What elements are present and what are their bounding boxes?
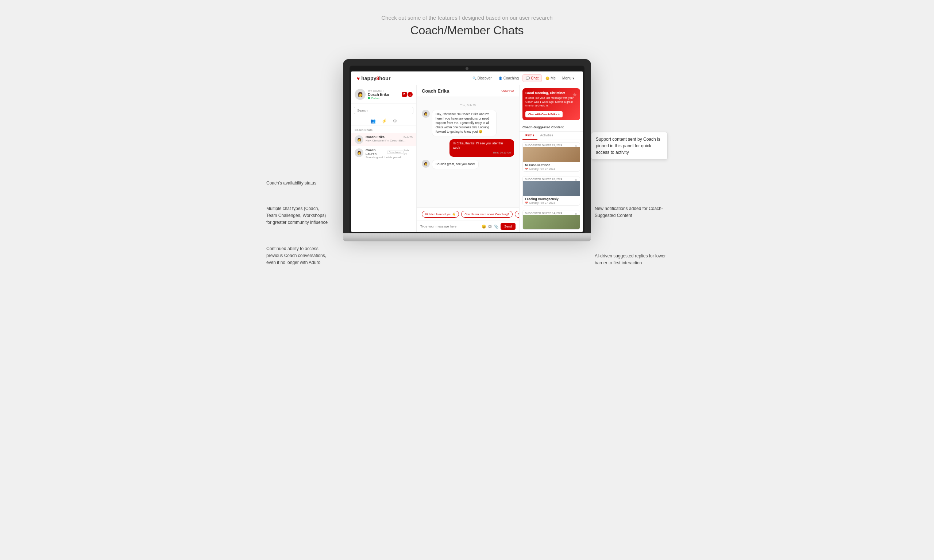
notification-badge: 1 bbox=[407, 92, 413, 97]
card-date-2: SUGGESTED ON FEB 20, 2024 bbox=[523, 177, 580, 181]
chat-messages: Thu, Feb 29 👩 Hey, Christine! I'm Coach … bbox=[417, 97, 519, 208]
sidebar: 👩 MY COACH Coach Erika Online bbox=[351, 85, 417, 232]
video-badge: ▶ bbox=[402, 92, 407, 97]
content-card-1: × SUGGESTED ON FEB 29, 2024 Mission Nutr… bbox=[522, 142, 580, 172]
laptop-bottom bbox=[343, 238, 591, 242]
emoji-icon[interactable]: 😊 bbox=[482, 225, 486, 229]
chat-main: Coach Erika View Bio Thu, Feb 29 👩 Hey, … bbox=[417, 85, 519, 232]
card-date-3: SUGGESTED ON FEB 14, 2024 bbox=[523, 210, 580, 215]
nav-menu[interactable]: Menu ▾ bbox=[559, 75, 577, 82]
laptop-wrapper: ♥ happy8hour 🔍 Discover 👤 Co bbox=[266, 59, 668, 242]
close-card-1-button[interactable]: × bbox=[574, 144, 578, 148]
ai-chip-2[interactable]: Can I learn more about Coaching? bbox=[461, 211, 512, 218]
morning-title: Good morning, Christine! bbox=[526, 91, 577, 95]
logo-icon: ♥ bbox=[357, 75, 360, 81]
sidebar-icons: 👥 ⚡ ⚙ bbox=[351, 117, 416, 125]
chat-input[interactable] bbox=[420, 225, 479, 228]
attachment-icon[interactable]: 📎 bbox=[494, 225, 498, 229]
chat-coach-name: Coach Erika bbox=[422, 88, 449, 94]
app-logo: ♥ happy8hour bbox=[357, 75, 390, 81]
nav-chat[interactable]: 💬 Chat bbox=[522, 74, 542, 82]
person-icon: 👤 bbox=[498, 77, 502, 80]
logo-text: happy bbox=[361, 75, 376, 81]
laptop-screen: ♥ happy8hour 🔍 Discover 👤 Co bbox=[351, 71, 583, 232]
suggested-content-header: Coach-Suggested Content bbox=[519, 123, 583, 132]
callout-ai-driven: AI-driven suggested replies for lower ba… bbox=[595, 252, 668, 266]
view-bio-button[interactable]: View Bio bbox=[501, 89, 514, 93]
team-icon[interactable]: ⚡ bbox=[382, 118, 387, 124]
laptop-screen-border: ♥ happy8hour 🔍 Discover 👤 Co bbox=[350, 66, 584, 233]
clock-icon: 🕐 bbox=[525, 171, 528, 172]
chat-list-item-deactivated[interactable]: 👩 Coach Lauren Deactivated Feb 24 Sounds… bbox=[351, 146, 416, 161]
content-card-3: × SUGGESTED ON FEB 14, 2024 Live Empower… bbox=[522, 210, 580, 230]
morning-text: It looks like your last message with you… bbox=[526, 96, 577, 108]
ai-chip-3[interactable]: Sounds gr... bbox=[515, 211, 519, 218]
chat-item-body: Coach Erika Feb 29 Hey, Christine! I'm C… bbox=[365, 135, 413, 142]
clock-icon-2: 🕐 bbox=[525, 205, 528, 206]
search-input[interactable] bbox=[354, 107, 413, 114]
status-dot bbox=[368, 97, 370, 99]
card-title-1: Mission Nutrition bbox=[525, 163, 578, 167]
chat-item-header: Coach Erika Feb 29 bbox=[365, 135, 413, 139]
msg-bubble-coach-1: Hey, Christine! I'm Coach Erika and I'm … bbox=[432, 110, 496, 136]
app-body: 👩 MY COACH Coach Erika Online bbox=[351, 85, 583, 232]
avatar: 👩 bbox=[354, 89, 365, 100]
nav-coaching[interactable]: 👤 Coaching bbox=[495, 75, 522, 82]
star-icon: ★ bbox=[572, 91, 577, 98]
chat-avatar-2: 👩 bbox=[354, 148, 364, 157]
nav-me[interactable]: 😊 Me bbox=[543, 75, 559, 82]
scene-container: Quick access to schedule 1:1 coaching se… bbox=[266, 59, 668, 242]
all-chats-icon[interactable]: 👥 bbox=[370, 118, 376, 124]
card-image-3 bbox=[523, 215, 580, 230]
settings-icon[interactable]: ⚙ bbox=[393, 118, 397, 124]
card-detail-2a: 📅 Monday, Feb 27, 2024 bbox=[525, 202, 578, 205]
coach-profile: 👩 MY COACH Coach Erika Online bbox=[351, 85, 416, 104]
close-card-2-button[interactable]: × bbox=[574, 178, 578, 182]
laptop-frame: ♥ happy8hour 🔍 Discover 👤 Co bbox=[343, 59, 591, 233]
tab-paths[interactable]: Paths bbox=[522, 132, 538, 140]
right-panel: Good morning, Christine! It looks like y… bbox=[519, 85, 583, 232]
message-row-user-1: Hi Erika, thanks! I'll see you later thi… bbox=[422, 139, 514, 157]
calendar-icon-2: 📅 bbox=[525, 202, 528, 205]
card-date-1: SUGGESTED ON FEB 29, 2024 bbox=[523, 143, 580, 147]
content-tabs: Paths Activities bbox=[519, 132, 583, 140]
chat-input-row: 😊 🖼 📎 Send bbox=[417, 221, 519, 232]
message-row-coach-1: 👩 Hey, Christine! I'm Coach Erika and I'… bbox=[422, 110, 514, 136]
card-title-2: Leading Courageously bbox=[525, 197, 578, 201]
ai-chip-1[interactable]: Hi! Nice to meet you 👋 bbox=[422, 211, 459, 218]
send-button[interactable]: Send bbox=[501, 223, 516, 230]
coach-chats-label: Coach Chats bbox=[351, 127, 416, 133]
chat-with-coach-button[interactable]: Chat with Coach Erika > bbox=[526, 111, 563, 117]
page-title: Coach/Member Chats bbox=[410, 24, 524, 37]
card-image-2 bbox=[523, 181, 580, 196]
laptop: ♥ happy8hour 🔍 Discover 👤 Co bbox=[343, 59, 591, 242]
chat-header: Coach Erika View Bio bbox=[417, 85, 519, 97]
nav-discover[interactable]: 🔍 Discover bbox=[470, 75, 495, 82]
chat-item-header-2: Coach Lauren Deactivated Feb 24 bbox=[365, 148, 413, 156]
msg-bubble-coach-2: Sounds great, see you soon! bbox=[432, 160, 479, 169]
card-detail-1b: 🕐 12:30 PM-1:00 PM (CT) • 30 mins bbox=[525, 171, 578, 172]
app-navbar: ♥ happy8hour 🔍 Discover 👤 Co bbox=[351, 71, 583, 85]
coach-badges: ▶ 1 bbox=[402, 92, 413, 97]
chat-avatar: 👩 bbox=[354, 135, 364, 144]
close-card-3-button[interactable]: × bbox=[574, 212, 578, 216]
search-icon: 🔍 bbox=[472, 77, 476, 80]
chat-list-item[interactable]: 👩 Coach Erika Feb 29 Hey, Christine! I'm… bbox=[351, 133, 416, 146]
nav-items: 🔍 Discover 👤 Coaching 💬 Chat bbox=[470, 74, 577, 82]
msg-bubble-user-1: Hi Erika, thanks! I'll see you later thi… bbox=[450, 139, 514, 157]
image-icon[interactable]: 🖼 bbox=[488, 225, 492, 229]
content-card-2: × SUGGESTED ON FEB 20, 2024 Leading Cour… bbox=[522, 176, 580, 206]
tab-activities[interactable]: Activities bbox=[538, 132, 556, 140]
laptop-base bbox=[343, 233, 591, 238]
date-divider: Thu, Feb 29 bbox=[422, 103, 514, 107]
laptop-camera bbox=[465, 67, 469, 70]
calendar-icon: 📅 bbox=[525, 168, 528, 171]
card-body-1: Mission Nutrition 📅 Monday, Feb 27, 2024… bbox=[523, 162, 580, 172]
morning-card: Good morning, Christine! It looks like y… bbox=[522, 88, 580, 120]
chat-item-body-2: Coach Lauren Deactivated Feb 24 Sounds g… bbox=[365, 148, 413, 159]
coach-avatar: 👩 bbox=[422, 110, 430, 118]
coach-status: Online bbox=[368, 97, 400, 100]
page-subtitle: Check out some of the features I designe… bbox=[381, 15, 552, 21]
chevron-down-icon: ▾ bbox=[572, 76, 574, 80]
message-row-coach-2: 👩 Sounds great, see you soon! bbox=[422, 160, 514, 169]
